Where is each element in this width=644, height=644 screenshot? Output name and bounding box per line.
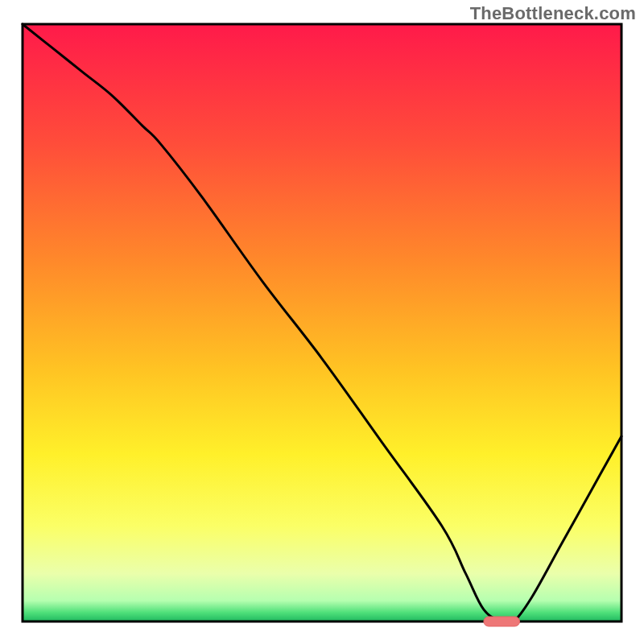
plot-background: [23, 24, 621, 621]
chart-stage: TheBottleneck.com: [0, 0, 644, 644]
minimum-marker: [484, 617, 520, 626]
chart-svg: [0, 0, 644, 644]
